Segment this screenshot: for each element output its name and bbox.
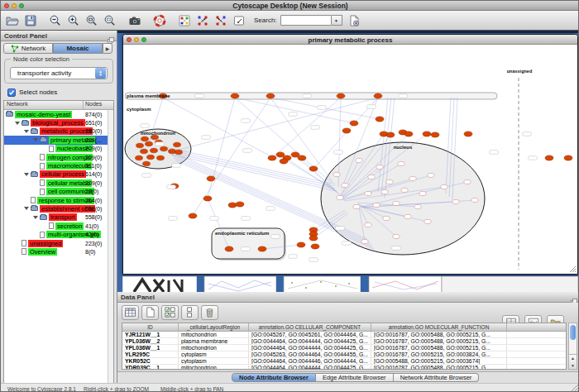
- zoom-in-button[interactable]: [65, 12, 82, 29]
- column-header[interactable]: _cellularLayoutRegion: [179, 323, 249, 331]
- table-row[interactable]: YPL036W__1mitochondrion[GO:0044464, GO:0…: [122, 345, 566, 351]
- nucleus-node[interactable]: [393, 201, 400, 205]
- tab-network-attribute-browser[interactable]: Network Attribute Browser: [394, 373, 480, 382]
- node-label-chip[interactable]: [243, 149, 252, 153]
- delete-attribute-button[interactable]: [201, 305, 218, 320]
- tree-row[interactable]: biological_process651(0): [4, 118, 113, 127]
- tree-row[interactable]: cell communicat22(0): [4, 188, 113, 196]
- disclosure-triangle-icon[interactable]: [33, 216, 38, 219]
- column-header[interactable]: annotation.GO CELLULAR_COMPONENT: [249, 323, 371, 331]
- nucleus-node[interactable]: [333, 172, 340, 176]
- selected-node[interactable]: [268, 155, 276, 160]
- node-label-chip[interactable]: [523, 132, 532, 136]
- selected-node[interactable]: [258, 246, 266, 251]
- node-label-chip[interactable]: [169, 217, 178, 221]
- selected-node[interactable]: [203, 196, 212, 201]
- nucleus-node[interactable]: [356, 158, 362, 162]
- node-label-chip[interactable]: [141, 124, 150, 128]
- disclosure-triangle-icon[interactable]: [24, 173, 29, 176]
- nucleus-node[interactable]: [452, 199, 459, 203]
- nucleus-node[interactable]: [419, 191, 426, 195]
- layout-button-1[interactable]: [194, 12, 211, 29]
- mitochondrion-node[interactable]: [141, 149, 148, 154]
- selected-node[interactable]: [545, 155, 553, 160]
- scroll-down-button[interactable]: ▼: [571, 363, 575, 368]
- background-windows[interactable]: [122, 276, 578, 294]
- search-dropdown-button[interactable]: ▼: [332, 15, 342, 26]
- tree-row[interactable]: establishment of lo558(0): [4, 204, 113, 213]
- tab-edge-attribute-browser[interactable]: Edge Attribute Browser: [316, 373, 394, 382]
- save-session-button[interactable]: [22, 12, 39, 29]
- select-attributes-button[interactable]: [122, 305, 139, 320]
- selected-node[interactable]: [280, 159, 288, 164]
- nucleus-node[interactable]: [393, 234, 400, 238]
- tree-row[interactable]: primary metabo209(...: [4, 136, 113, 144]
- selected-node[interactable]: [350, 121, 358, 126]
- tab-mosaic[interactable]: Mosaic: [53, 43, 103, 54]
- tree-scrollbar[interactable]: [108, 110, 113, 392]
- node-label-chip[interactable]: [289, 255, 298, 259]
- tree-row[interactable]: multi-organism pro42(0): [4, 230, 113, 238]
- mitochondrion-node[interactable]: [147, 155, 155, 160]
- nucleus-node[interactable]: [386, 179, 393, 184]
- network-canvas[interactable]: plasma membranecytoplasmmitochondrionnuc…: [123, 45, 577, 274]
- nucleus-node[interactable]: [401, 188, 408, 192]
- disclosure-triangle-icon[interactable]: [33, 138, 38, 141]
- selected-node[interactable]: [309, 166, 318, 171]
- mitochondrion-node[interactable]: [146, 141, 153, 146]
- tree-row[interactable]: Overview8(0): [4, 247, 113, 256]
- mitochondrion-node[interactable]: [174, 142, 181, 147]
- nucleus-node[interactable]: [353, 204, 360, 208]
- tree-row[interactable]: secretion41(0): [4, 222, 113, 230]
- membrane-node[interactable]: [231, 93, 239, 98]
- tree-row[interactable]: cellular process614(0): [4, 170, 113, 179]
- tree-column-network[interactable]: Network: [4, 101, 84, 109]
- window-resize-grip[interactable]: [569, 265, 577, 273]
- nucleus-node[interactable]: [365, 191, 371, 195]
- node-label-chip[interactable]: [242, 119, 251, 123]
- scroll-up-button[interactable]: ▲: [571, 356, 575, 361]
- membrane-node[interactable]: [266, 93, 275, 98]
- tab-node-attribute-browser[interactable]: Node Attribute Browser: [232, 373, 316, 382]
- node-label-chip[interactable]: [303, 94, 312, 98]
- zoom-selected-button[interactable]: [102, 12, 118, 29]
- tree-row[interactable]: response to stimulu264(0): [4, 196, 113, 204]
- node-label-chip[interactable]: [172, 164, 181, 168]
- node-label-chip[interactable]: [202, 136, 211, 140]
- search-input[interactable]: [280, 15, 332, 26]
- node-label-chip[interactable]: [156, 142, 165, 146]
- zoom-out-button[interactable]: [47, 12, 64, 29]
- node-color-dropdown[interactable]: transporter activity ▲▼: [10, 67, 108, 79]
- column-header[interactable]: annotation.GO MOLECULAR_FUNCTION: [371, 323, 507, 331]
- selected-node[interactable]: [225, 246, 233, 251]
- table-row[interactable]: YLR295Ccytoplasm[GO:0045263, GO:0044464,…: [122, 351, 566, 358]
- tree-row[interactable]: mosaic-demo-yeast874(0): [4, 110, 113, 118]
- new-attribute-button[interactable]: [141, 305, 159, 320]
- node-label-chip[interactable]: [271, 235, 280, 239]
- tree-row[interactable]: nitrogen compo209(0): [4, 153, 113, 161]
- tree-row[interactable]: metabolic process280(0): [4, 127, 113, 136]
- selected-node[interactable]: [309, 236, 318, 241]
- attribute-pair-button[interactable]: [181, 305, 199, 320]
- nucleus-node[interactable]: [428, 173, 434, 177]
- nucleus-node[interactable]: [409, 176, 416, 180]
- nucleus-node[interactable]: [381, 189, 388, 194]
- app-resize-grip[interactable]: [571, 384, 579, 392]
- tree-row[interactable]: transport558(0): [4, 213, 113, 222]
- selected-node[interactable]: [376, 117, 384, 122]
- nucleus-node[interactable]: [373, 203, 380, 207]
- annotation-button[interactable]: [231, 12, 247, 29]
- selected-node[interactable]: [189, 213, 197, 218]
- mitochondrion-node[interactable]: [136, 155, 143, 160]
- mitochondrion-node[interactable]: [151, 135, 159, 140]
- selected-node[interactable]: [564, 155, 572, 160]
- disclosure-triangle-icon[interactable]: [24, 207, 29, 210]
- tree-row[interactable]: unassigned223(0): [4, 239, 113, 247]
- selected-node[interactable]: [386, 132, 395, 137]
- nucleus-node[interactable]: [424, 219, 431, 223]
- selected-node[interactable]: [207, 176, 215, 181]
- nucleus-node[interactable]: [342, 183, 348, 187]
- node-label-chip[interactable]: [167, 185, 176, 189]
- node-label-chip[interactable]: [242, 247, 251, 251]
- tree-row[interactable]: macromolecule311(0): [4, 161, 113, 170]
